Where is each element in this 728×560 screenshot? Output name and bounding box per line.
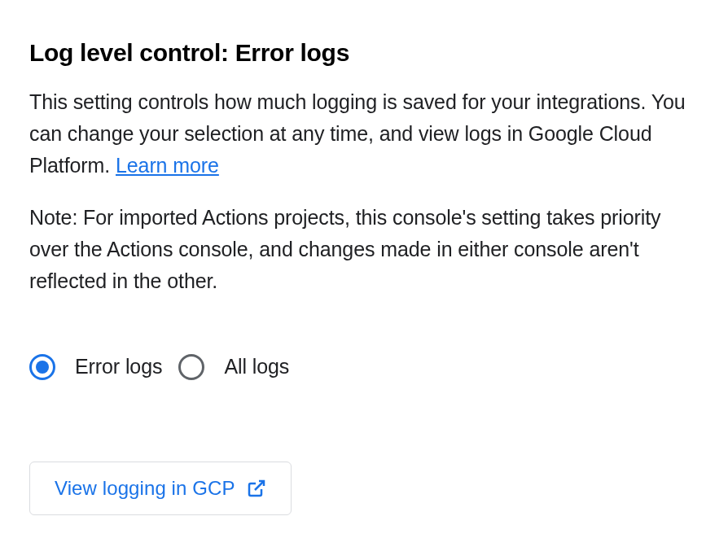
gcp-button-label: View logging in GCP xyxy=(55,477,235,500)
radio-error-logs-label: Error logs xyxy=(75,355,162,378)
description-text: This setting controls how much logging i… xyxy=(29,86,697,181)
page-heading: Log level control: Error logs xyxy=(29,39,699,67)
svg-line-0 xyxy=(255,481,264,490)
radio-all-logs-label: All logs xyxy=(224,355,289,378)
external-link-icon xyxy=(247,479,266,498)
view-logging-gcp-button[interactable]: View logging in GCP xyxy=(29,462,292,515)
radio-all-logs[interactable]: All logs xyxy=(178,354,289,380)
radio-unselected-icon xyxy=(178,354,204,380)
note-text: Note: For imported Actions projects, thi… xyxy=(29,202,697,296)
log-level-radio-group: Error logs All logs xyxy=(29,354,699,380)
radio-selected-icon xyxy=(29,354,55,380)
radio-error-logs[interactable]: Error logs xyxy=(29,354,162,380)
learn-more-link[interactable]: Learn more xyxy=(116,154,219,177)
